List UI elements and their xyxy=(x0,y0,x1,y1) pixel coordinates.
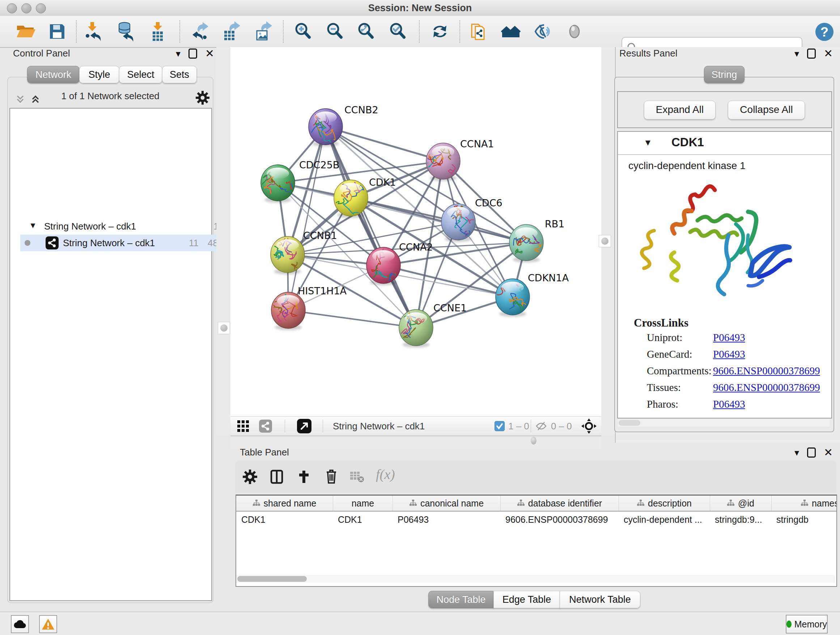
gene-collapse-icon[interactable]: ▼ xyxy=(644,138,652,148)
table-cell[interactable]: cyclin-dependent ... xyxy=(619,511,710,527)
table-cell[interactable]: P06493 xyxy=(393,511,500,527)
crosslink-value-link[interactable]: 9606.ENSP00000378699 xyxy=(713,382,820,393)
table-cell[interactable]: CDK1 xyxy=(236,511,333,527)
network-share-view-icon[interactable] xyxy=(259,420,272,434)
help-icon[interactable]: ? xyxy=(815,22,834,42)
fit-selected-crosshair-icon[interactable] xyxy=(581,418,597,435)
column-header-canonical-name[interactable]: canonical name xyxy=(393,496,500,511)
import-network-from-database-icon[interactable] xyxy=(115,21,135,42)
left-splitter[interactable] xyxy=(216,47,231,435)
network-node-count: 11 xyxy=(189,238,199,249)
network-edge[interactable] xyxy=(325,127,443,161)
network-node-label: CCNB2 xyxy=(344,104,378,116)
export-table-icon[interactable] xyxy=(221,21,242,42)
table-row[interactable]: CDK1CDK1P064939606.ENSP00000378699cyclin… xyxy=(236,511,836,527)
zoom-selected-icon[interactable] xyxy=(388,21,408,42)
zoom-fit-content-icon[interactable] xyxy=(356,21,376,42)
column-label: name xyxy=(352,498,374,509)
column-header-description[interactable]: description xyxy=(619,496,710,511)
control-panel-float-icon[interactable] xyxy=(188,49,197,59)
crosslink-row: Uniprot:P06493 xyxy=(647,332,745,344)
control-panel-close-icon[interactable]: ✕ xyxy=(205,49,214,58)
table-cell[interactable]: 9606.ENSP00000378699 xyxy=(500,511,619,527)
zoom-in-icon[interactable] xyxy=(293,21,313,42)
network-options-gear-icon[interactable] xyxy=(195,90,210,106)
crosslink-value-link[interactable]: P06493 xyxy=(713,332,745,343)
gene-description: cyclin-dependent kinase 1 xyxy=(628,160,745,172)
toolbar-separator xyxy=(323,420,323,432)
tab-sets[interactable]: Sets xyxy=(162,66,197,83)
column-header-database-identifier[interactable]: database identifier xyxy=(500,496,619,511)
table-settings-gear-icon[interactable] xyxy=(242,469,257,486)
hide-graphics-details-icon[interactable] xyxy=(532,21,552,42)
apply-preferred-layout-icon[interactable] xyxy=(430,21,450,42)
export-image-icon[interactable] xyxy=(253,21,273,42)
zoom-out-icon[interactable] xyxy=(325,21,345,42)
network-edge[interactable] xyxy=(288,310,416,328)
table-panel-float-icon[interactable] xyxy=(807,448,816,458)
gene-result-header[interactable]: ▼ CDK1 xyxy=(618,132,831,155)
control-panel-minimize-icon[interactable]: ▾ xyxy=(176,49,180,58)
grid-view-icon[interactable] xyxy=(237,420,249,434)
tab-style[interactable]: Style xyxy=(79,66,119,83)
table-cell[interactable]: CDK1 xyxy=(333,511,393,527)
results-panel-title: Results Panel xyxy=(619,48,677,59)
tab-node-table[interactable]: Node Table xyxy=(428,591,494,608)
network-row-selected[interactable]: String Network – cdk1 11 48 xyxy=(20,234,220,251)
open-session-icon[interactable] xyxy=(15,21,35,42)
export-network-icon[interactable] xyxy=(189,21,210,42)
crosslink-value-link[interactable]: P06493 xyxy=(713,398,745,410)
tab-select[interactable]: Select xyxy=(119,66,163,83)
collection-expand-icon[interactable]: ▼ xyxy=(29,221,37,230)
crosslink-value-link[interactable]: P06493 xyxy=(713,348,745,360)
create-column-icon[interactable] xyxy=(296,469,311,486)
session-home-icon[interactable] xyxy=(501,21,521,42)
import-table-from-file-icon[interactable] xyxy=(148,21,168,42)
column-header-name[interactable]: name xyxy=(333,496,393,511)
toolbar-separator xyxy=(180,20,180,43)
crosslink-label: Compartments: xyxy=(647,365,713,377)
column-header--id[interactable]: @id xyxy=(710,496,771,511)
expand-all-button[interactable]: Expand All xyxy=(644,101,715,119)
table-cell[interactable]: stringdb xyxy=(771,511,837,527)
right-splitter-handle[interactable] xyxy=(599,235,611,247)
clone-network-icon[interactable] xyxy=(470,21,490,42)
results-panel-minimize-icon[interactable]: ▾ xyxy=(794,49,799,58)
show-columns-icon[interactable] xyxy=(269,469,284,486)
network-edge[interactable] xyxy=(325,127,416,328)
selected-count-checkbox-icon[interactable] xyxy=(494,421,505,432)
import-network-from-file-icon[interactable] xyxy=(82,21,103,42)
expand-all-networks-icon[interactable] xyxy=(30,93,41,106)
results-panel-close-icon[interactable]: ✕ xyxy=(824,49,833,58)
collection-label: String Network – cdk1 xyxy=(44,221,136,232)
bottom-splitter-handle[interactable] xyxy=(531,437,537,445)
network-edge[interactable] xyxy=(288,127,325,310)
control-panel-tabs: Network Style Select Sets xyxy=(27,66,197,83)
delete-columns-trash-icon[interactable] xyxy=(324,469,339,486)
column-tree-icon xyxy=(727,498,734,509)
table-horizontal-scrollbar[interactable] xyxy=(236,575,835,583)
warnings-button[interactable] xyxy=(39,615,57,633)
crosslink-value-link[interactable]: 9606.ENSP00000378699 xyxy=(713,365,820,377)
save-session-icon[interactable] xyxy=(47,21,67,42)
table-panel-minimize-icon[interactable]: ▾ xyxy=(794,448,799,457)
tab-edge-table[interactable]: Edge Table xyxy=(493,591,560,608)
memory-button[interactable]: Memory xyxy=(786,615,828,633)
network-collection-row[interactable]: ▼ String Network – cdk1 1 xyxy=(20,218,220,234)
table-panel-close-icon[interactable]: ✕ xyxy=(824,448,833,457)
tab-network[interactable]: Network xyxy=(27,66,80,83)
left-splitter-handle[interactable] xyxy=(218,322,230,334)
column-header-shared-name[interactable]: shared name xyxy=(236,496,333,511)
show-graphics-details-icon[interactable] xyxy=(564,21,584,42)
collapse-all-networks-icon[interactable] xyxy=(14,93,26,106)
results-panel-float-icon[interactable] xyxy=(807,49,816,59)
birds-eye-view-icon[interactable] xyxy=(297,419,311,435)
network-canvas[interactable]: CCNB2CCNA1CDC25BCDK1CDC6RB1CCNB1CCNA2CDK… xyxy=(231,47,601,416)
column-header-namespace[interactable]: namespace xyxy=(771,496,837,511)
table-cell[interactable]: stringdb:9... xyxy=(710,511,771,527)
collapse-all-button[interactable]: Collapse All xyxy=(728,101,805,119)
cloud-status-button[interactable] xyxy=(11,615,29,633)
tab-string[interactable]: String xyxy=(704,66,745,83)
tab-network-table[interactable]: Network Table xyxy=(560,591,640,608)
results-scrollbar[interactable] xyxy=(618,419,830,426)
